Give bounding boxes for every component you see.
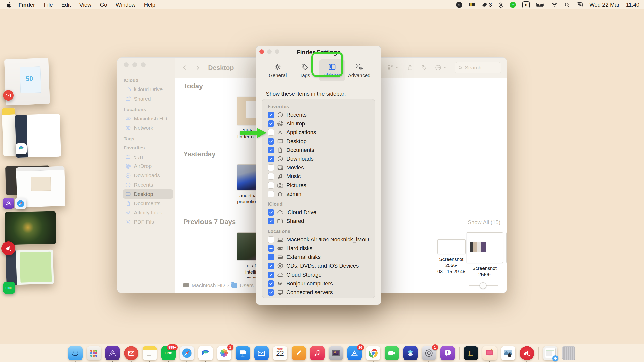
menu-item-view[interactable]: View <box>75 0 96 9</box>
battery-status-icon[interactable] <box>536 3 545 7</box>
tab-general[interactable]: General <box>265 59 291 81</box>
menu-item-finder[interactable]: Finder <box>14 0 39 9</box>
notes-window-preview[interactable] <box>2 108 17 156</box>
checkbox-icloud-drive[interactable] <box>268 209 274 216</box>
dock-item-facetime[interactable] <box>385 346 399 360</box>
dock-item-music[interactable] <box>310 346 325 360</box>
checkbox-pictures[interactable] <box>268 182 274 189</box>
dock-item-shortcuts[interactable] <box>403 346 418 360</box>
close-button[interactable] <box>124 62 129 67</box>
checkbox-downloads[interactable] <box>268 156 274 162</box>
display-status-icon[interactable] <box>469 2 475 8</box>
dock-item-league-of-legends[interactable]: L <box>464 346 478 360</box>
stack-status-icon[interactable] <box>498 2 503 8</box>
bird-status-icon[interactable]: 3 <box>482 2 492 8</box>
file-item[interactable]: Screenshot 2566-03...t 13.16.11 <box>506 232 507 278</box>
menu-bar-date[interactable]: Wed 22 Mar <box>589 2 619 8</box>
dock-item-safari[interactable] <box>180 346 194 360</box>
line-window-preview[interactable] <box>6 250 54 285</box>
sidebar-item-network[interactable]: Network <box>123 123 173 132</box>
checkbox-music[interactable] <box>268 173 274 180</box>
dock-item-riot-client[interactable] <box>520 346 534 360</box>
checkbox-movies[interactable] <box>268 164 274 171</box>
sidebar-item-airdrop[interactable]: AirDrop <box>123 161 173 171</box>
sidebar-item-[interactable]: รวม <box>123 152 173 161</box>
dock-item-finder[interactable] <box>68 346 83 360</box>
checkbox-airdrop[interactable] <box>268 120 274 127</box>
thumbnail-size-slider[interactable] <box>469 282 498 288</box>
back-button[interactable] <box>181 64 188 71</box>
checkbox-admin[interactable] <box>268 191 274 197</box>
sidebar-item-shared[interactable]: Shared <box>123 94 173 103</box>
dock-item-feedback-assistant[interactable] <box>440 346 455 360</box>
dock-item-chrome[interactable] <box>366 346 380 360</box>
sidebar-item-affinity-files[interactable]: Affinity Files <box>123 208 173 217</box>
dock-item-launchpad[interactable] <box>87 346 101 360</box>
menu-bar-time[interactable]: 11:40 <box>626 2 639 8</box>
sidebar-item-documents[interactable]: Documents <box>123 199 173 208</box>
dock-item-minimized-window[interactable] <box>543 346 557 360</box>
dock-item-notes[interactable] <box>143 346 157 360</box>
checkbox-hard-disks[interactable] <box>268 245 274 252</box>
file-item[interactable]: Screenshot 2566-03...15.29.46 <box>437 239 465 275</box>
menu-item-file[interactable]: File <box>39 0 57 9</box>
minimize-button[interactable] <box>132 62 137 67</box>
dock-item-cleanmymac[interactable] <box>482 346 497 360</box>
sidebar-item-desktop[interactable]: Desktop <box>123 189 173 199</box>
tab-advanced[interactable]: Advanced <box>346 59 372 81</box>
menu-item-window[interactable]: Window <box>111 0 140 9</box>
more-actions-button[interactable] <box>435 64 447 71</box>
dock-item-trash[interactable] <box>562 346 576 360</box>
sidebar-item-downloads[interactable]: Downloads <box>123 171 173 180</box>
menu-item-go[interactable]: Go <box>96 0 111 9</box>
group-by-button[interactable] <box>387 64 399 71</box>
apple-menu-icon[interactable] <box>7 2 12 8</box>
dock-item-affinity-photo[interactable] <box>105 346 120 360</box>
path-segment-macintosh-hd[interactable]: Macintosh HD <box>183 282 225 288</box>
dock-item-photos[interactable]: 1 <box>217 346 231 360</box>
sidebar-item-icloud-drive[interactable]: iCloud Drive <box>123 85 173 94</box>
zoom-button[interactable] <box>141 62 146 67</box>
show-all-link[interactable]: Show All (15) <box>468 219 500 226</box>
sidebar-item-macintosh-hd[interactable]: Macintosh HD <box>123 114 173 123</box>
dock-item-line[interactable]: LINE999+ <box>161 346 176 360</box>
checkbox-external-disks[interactable] <box>268 254 274 260</box>
search-field[interactable]: Search <box>455 62 501 73</box>
dock-item-image-capture[interactable] <box>329 346 343 360</box>
dock-item-bird-app[interactable] <box>198 346 213 360</box>
slider-knob[interactable] <box>480 282 486 289</box>
forward-button[interactable] <box>194 64 202 71</box>
checkbox-bonjour-computers[interactable] <box>268 280 274 287</box>
dock-item-pages[interactable] <box>292 346 306 360</box>
checkbox-shared[interactable] <box>268 218 274 224</box>
checkbox-desktop[interactable] <box>268 138 274 145</box>
control-center-icon[interactable] <box>576 2 583 8</box>
checkbox-recents[interactable] <box>268 112 274 118</box>
menu-item-help[interactable]: Help <box>140 0 160 9</box>
share-button[interactable] <box>407 64 413 71</box>
tags-button[interactable] <box>421 64 427 71</box>
dock-item-system-settings[interactable]: 1 <box>422 346 436 360</box>
checkbox-documents[interactable] <box>268 147 274 153</box>
wifi-status-icon[interactable] <box>551 2 558 7</box>
checkbox-macbook-air-nooknick-imod[interactable] <box>268 236 274 243</box>
checkbox-cloud-storage[interactable] <box>268 272 274 278</box>
path-segment-users[interactable]: Users <box>231 282 254 288</box>
file-item[interactable]: Screenshot 2566-03...13.16.05 <box>467 232 502 278</box>
dock-item-keynote[interactable] <box>236 346 250 360</box>
checkbox-connected-servers[interactable] <box>268 289 274 296</box>
dock-item-calendar[interactable]: MAR22 <box>273 346 287 360</box>
dock-item-mail-red[interactable] <box>124 346 138 360</box>
dock-item-apple-mail[interactable] <box>254 346 269 360</box>
checkbox-cds-dvds-and-ios-devices[interactable] <box>268 263 274 269</box>
sidebar-item-recents[interactable]: Recents <box>123 180 173 189</box>
menu-item-edit[interactable]: Edit <box>57 0 75 9</box>
spotlight-search-icon[interactable] <box>564 2 570 8</box>
sidebar-item-pdf-fils[interactable]: PDF Fils <box>123 217 173 227</box>
checkbox-applications[interactable] <box>268 129 274 136</box>
notion-status-icon[interactable]: n <box>522 1 530 8</box>
dock-item-app-store[interactable]: 16 <box>347 346 362 360</box>
game-window-preview[interactable] <box>5 211 56 245</box>
dock-item-preview[interactable] <box>501 346 515 360</box>
line-status-icon[interactable]: LINE <box>510 2 516 8</box>
